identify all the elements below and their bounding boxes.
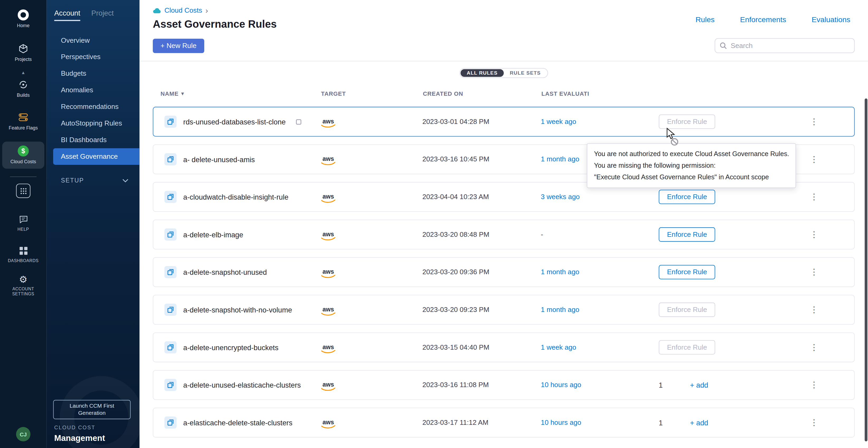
rail-item-label: DASHBOARDS bbox=[8, 259, 38, 264]
add-enforcement-link[interactable]: + add bbox=[690, 381, 708, 389]
enforce-rule-button[interactable]: Enforce Rule bbox=[659, 265, 715, 279]
rail-item-account-settings[interactable]: ⚙ ACCOUNT SETTINGS bbox=[2, 271, 44, 301]
table-row[interactable]: a-elasticache-delete-stale-clusters aws … bbox=[153, 408, 855, 438]
sidebar-item-perspectives[interactable]: Perspectives bbox=[53, 49, 140, 65]
user-avatar[interactable]: CJ bbox=[16, 427, 31, 441]
kebab-menu-icon[interactable]: ⋮ bbox=[807, 191, 822, 203]
rule-name[interactable]: a-delete-snapshot-unused bbox=[183, 268, 267, 276]
rule-icon bbox=[164, 341, 177, 353]
table-row[interactable]: rds-unused-databases-list-clone aws 2023… bbox=[153, 107, 855, 137]
sidebar-item-label: Asset Governance bbox=[61, 153, 118, 160]
kebab-menu-icon[interactable]: ⋮ bbox=[807, 266, 822, 278]
apps-grid-icon bbox=[20, 187, 27, 195]
table-row[interactable]: a-delete-snapshot-with-no-volume aws 202… bbox=[153, 295, 855, 324]
created-on-value: 2023-03-20 08:48 PM bbox=[422, 231, 541, 238]
rule-name[interactable]: a-delete-snapshot-with-no-volume bbox=[183, 306, 292, 314]
launch-ccm-first-gen-button[interactable]: Launch CCM First Generation bbox=[53, 400, 131, 419]
created-on-value: 2023-03-20 09:23 PM bbox=[422, 306, 541, 313]
cloud-costs-icon bbox=[153, 7, 161, 13]
rule-name[interactable]: a-delete-unused-elasticache-clusters bbox=[183, 381, 301, 389]
sidebar-item-asset-governance[interactable]: Asset Governance bbox=[53, 148, 140, 165]
nav-link-rules[interactable]: Rules bbox=[695, 15, 714, 31]
target-label: aws bbox=[322, 118, 334, 124]
target-label: aws bbox=[322, 156, 334, 162]
kebab-menu-icon[interactable]: ⋮ bbox=[807, 341, 822, 353]
product-name: Management bbox=[54, 433, 105, 443]
add-enforcement-link[interactable]: + add bbox=[690, 419, 708, 427]
rule-name[interactable]: a- delete-unused-amis bbox=[183, 155, 255, 163]
sidebar-item-autostopping-rules[interactable]: AutoStopping Rules bbox=[53, 115, 140, 132]
scope-tabs: Account Project bbox=[46, 0, 140, 27]
dashboards-icon bbox=[18, 245, 29, 256]
rule-name[interactable]: a-cloudwatch-disable-insight-rule bbox=[183, 193, 288, 201]
enforce-rule-button[interactable]: Enforce Rule bbox=[659, 340, 715, 355]
new-rule-button[interactable]: + New Rule bbox=[153, 38, 204, 53]
page-header: Cloud Costs › Asset Governance Rules Rul… bbox=[140, 0, 868, 35]
sidebar-item-anomalies[interactable]: Anomalies bbox=[53, 82, 140, 98]
tooltip-line: "Execute Cloud Asset Governance Rules" i… bbox=[594, 171, 789, 183]
toggle-rule-sets[interactable]: RULE SETS bbox=[504, 69, 547, 77]
rail-item-help[interactable]: HELP bbox=[2, 210, 44, 236]
sidebar-item-label: Anomalies bbox=[61, 86, 93, 94]
scroll-up-icon[interactable]: ▲ bbox=[21, 71, 26, 75]
kebab-menu-icon[interactable]: ⋮ bbox=[807, 153, 822, 165]
table-row[interactable]: a-delete-elb-image aws 2023-03-20 08:48 … bbox=[153, 220, 855, 249]
column-header-name[interactable]: NAME ▾ bbox=[160, 90, 321, 97]
sidebar-item-recommendations[interactable]: Recommendations bbox=[53, 98, 140, 115]
kebab-menu-icon[interactable]: ⋮ bbox=[807, 115, 822, 127]
nav-link-evaluations[interactable]: Evaluations bbox=[811, 15, 850, 31]
kebab-menu-icon[interactable]: ⋮ bbox=[807, 228, 822, 240]
sidebar-item-budgets[interactable]: Budgets bbox=[53, 65, 140, 82]
search-input[interactable] bbox=[715, 38, 855, 53]
sidebar-item-overview[interactable]: Overview bbox=[53, 32, 140, 49]
sidebar-item-label: AutoStopping Rules bbox=[61, 119, 122, 127]
rule-name[interactable]: rds-unused-databases-list-clone bbox=[183, 117, 285, 126]
enforce-rule-button[interactable]: Enforce Rule bbox=[659, 227, 715, 242]
enforce-rule-button[interactable]: Enforce Rule bbox=[659, 303, 715, 317]
rule-name[interactable]: a-delete-elb-image bbox=[183, 231, 243, 239]
rail-item-dashboards[interactable]: DASHBOARDS bbox=[2, 242, 44, 268]
breadcrumb-link-cloud-costs[interactable]: Cloud Costs bbox=[164, 7, 202, 14]
nav-link-enforcements[interactable]: Enforcements bbox=[740, 15, 786, 31]
tab-account[interactable]: Account bbox=[54, 9, 81, 21]
target-label: aws bbox=[322, 344, 334, 350]
tooltip-line: You are missing the following permission… bbox=[594, 160, 789, 171]
rail-item-builds[interactable]: Builds bbox=[2, 75, 44, 102]
toggle-all-rules[interactable]: ALL RULES bbox=[461, 69, 504, 77]
table-row[interactable]: a-delete-unused-elasticache-clusters aws… bbox=[153, 370, 855, 400]
aws-logo-icon: aws bbox=[320, 193, 336, 203]
rail-item-home[interactable]: Home bbox=[2, 5, 44, 33]
module-sidebar: Account Project Overview Perspectives Bu… bbox=[46, 0, 140, 448]
enforce-rule-button[interactable]: Enforce Rule bbox=[659, 189, 715, 204]
rail-item-label: ACCOUNT SETTINGS bbox=[4, 286, 43, 297]
rule-icon bbox=[164, 191, 177, 203]
enforcement-count: 1 bbox=[659, 381, 687, 389]
cube-icon bbox=[18, 43, 29, 54]
column-header-last-evaluation: LAST EVALUATI bbox=[541, 90, 659, 97]
header-nav: Rules Enforcements Evaluations bbox=[695, 7, 855, 30]
enforce-rule-button[interactable]: Enforce Rule bbox=[659, 114, 715, 129]
rail-item-feature-flags[interactable]: Feature Flags bbox=[2, 108, 44, 135]
created-on-value: 2023-03-15 04:40 PM bbox=[422, 344, 541, 351]
target-label: aws bbox=[322, 306, 334, 312]
kebab-menu-icon[interactable]: ⋮ bbox=[807, 379, 822, 390]
rule-name[interactable]: a-delete-unencrypted-buckets bbox=[183, 343, 278, 351]
rule-name[interactable]: a-elasticache-delete-stale-clusters bbox=[183, 418, 292, 427]
kebab-menu-icon[interactable]: ⋮ bbox=[807, 416, 822, 428]
table-row[interactable]: a-delete-unencrypted-buckets aws 2023-03… bbox=[153, 333, 855, 362]
target-label: aws bbox=[322, 381, 334, 387]
vertical-scrollbar[interactable] bbox=[865, 98, 867, 441]
tab-project[interactable]: Project bbox=[91, 9, 114, 21]
copy-icon[interactable] bbox=[296, 119, 302, 125]
last-evaluation-value: 10 hours ago bbox=[541, 419, 659, 426]
sidebar-item-bi-dashboards[interactable]: BI Dashboards bbox=[53, 132, 140, 148]
rail-item-projects[interactable]: Projects bbox=[2, 39, 44, 66]
target-label: aws bbox=[322, 231, 334, 237]
module-browser-button[interactable] bbox=[16, 184, 31, 198]
rail-item-cloud-costs[interactable]: $ Cloud Costs bbox=[2, 142, 44, 169]
sidebar-item-setup[interactable]: SETUP bbox=[46, 177, 140, 183]
last-evaluation-value: - bbox=[541, 231, 659, 238]
table-row[interactable]: a-delete-snapshot-unused aws 2023-03-20 … bbox=[153, 257, 855, 287]
app-window: Home Projects ▲ Builds Feature Flags $ C… bbox=[0, 0, 868, 448]
kebab-menu-icon[interactable]: ⋮ bbox=[807, 304, 822, 315]
